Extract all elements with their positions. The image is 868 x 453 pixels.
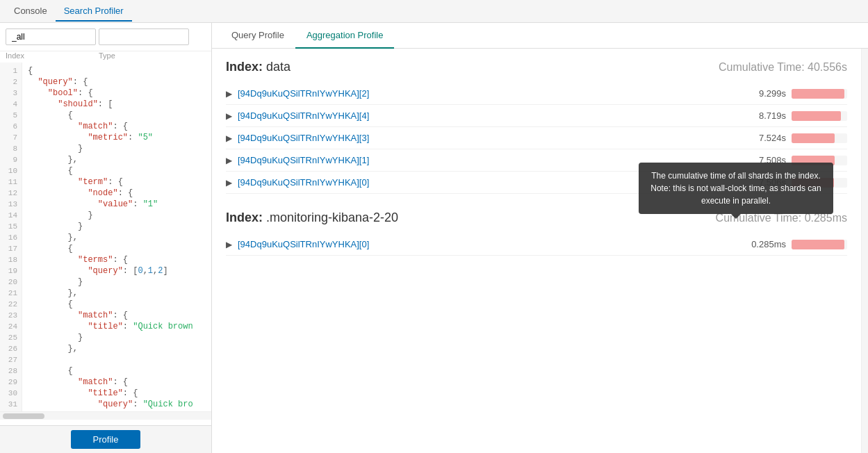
shard-bar-fill	[792, 240, 844, 249]
shard-bar-bg	[792, 240, 847, 249]
shard-name: [94Dq9uKuQSilTRnIYwYHKA][0]	[238, 239, 736, 249]
code-lines: 12345678910 11121314151617181920 2122232…	[0, 63, 211, 411]
index-title-data: Index: data	[226, 60, 290, 74]
cumulative-time-data: Cumulative Time: 40.556s	[719, 61, 847, 74]
shard-bar-bg	[792, 133, 847, 143]
tooltip-box: The cumulative time of all shards in the…	[639, 163, 833, 214]
chevron-right-icon: ▶	[226, 178, 232, 188]
input-labels: Index Type	[0, 51, 211, 63]
code-editor[interactable]: 12345678910 11121314151617181920 2122232…	[0, 63, 211, 425]
code-content[interactable]: { "query": { "bool": { "should": [ { "ma…	[22, 63, 211, 411]
shard-bar-fill	[792, 133, 835, 143]
shard-bar-fill	[792, 111, 841, 121]
nav-search-profiler[interactable]: Search Profiler	[56, 1, 132, 22]
chevron-right-icon: ▶	[226, 111, 232, 121]
type-input[interactable]	[99, 28, 189, 45]
profile-button[interactable]: Profile	[71, 430, 141, 449]
main-layout: Index Type 12345678910 11121314151617181…	[0, 23, 868, 453]
shard-time-label: 8.719s	[744, 110, 786, 121]
shard-name: [94Dq9uKuQSilTRnIYwYHKA][4]	[238, 110, 736, 121]
chevron-right-icon: ▶	[226, 156, 232, 165]
left-inputs	[0, 23, 211, 51]
vertical-scrollbar[interactable]	[861, 49, 868, 453]
shard-name: [94Dq9uKuQSilTRnIYwYHKA][2]	[238, 88, 736, 99]
shard-row[interactable]: ▶ [94Dq9uKuQSilTRnIYwYHKA][2] 9.299s	[226, 83, 847, 105]
chevron-right-icon: ▶	[226, 133, 232, 143]
shard-time-label: 7.524s	[744, 133, 786, 143]
index-label: Index:	[226, 211, 263, 224]
shard-time-label: 0.285ms	[744, 239, 786, 249]
chevron-right-icon: ▶	[226, 240, 232, 249]
horizontal-scrollbar[interactable]	[0, 411, 211, 420]
index-title-monitoring: Index: .monitoring-kibana-2-20	[226, 211, 398, 225]
tabs-bar: Query Profile Aggregation Profile	[212, 23, 868, 49]
line-numbers: 12345678910 11121314151617181920 2122232…	[0, 63, 22, 411]
type-label: Type	[99, 51, 189, 60]
top-nav: Console Search Profiler	[0, 0, 868, 23]
results-scroll-container: Index: data Cumulative Time: 40.556s ▶ […	[212, 49, 868, 453]
tooltip-arrow	[731, 214, 741, 219]
shard-time-container: 8.719s	[736, 110, 847, 121]
shard-row[interactable]: ▶ [94Dq9uKuQSilTRnIYwYHKA][3] 7.524s	[226, 127, 847, 149]
scroll-thumb-horizontal[interactable]	[3, 413, 44, 419]
shard-row[interactable]: ▶ [94Dq9uKuQSilTRnIYwYHKA][4] 8.719s	[226, 105, 847, 127]
tab-aggregation-profile[interactable]: Aggregation Profile	[295, 23, 395, 49]
results-area[interactable]: Index: data Cumulative Time: 40.556s ▶ […	[212, 49, 861, 453]
shard-bar-fill	[792, 89, 844, 99]
shard-bar-bg	[792, 89, 847, 99]
profile-btn-container: Profile	[0, 425, 211, 453]
left-panel: Index Type 12345678910 11121314151617181…	[0, 23, 212, 453]
shard-time-container: 7.524s	[736, 133, 847, 143]
tooltip-text: The cumulative time of all shards in the…	[650, 171, 821, 206]
index-label: Index	[6, 51, 96, 60]
index-input[interactable]	[6, 28, 96, 45]
shard-bar-bg	[792, 111, 847, 121]
shard-time-container: 0.285ms	[736, 239, 847, 249]
index-name-monitoring: .monitoring-kibana-2-20	[266, 211, 398, 224]
shard-row[interactable]: ▶ [94Dq9uKuQSilTRnIYwYHKA][0] 0.285ms	[226, 233, 847, 256]
shard-time-container: 9.299s	[736, 88, 847, 99]
shard-time-label: 9.299s	[744, 88, 786, 99]
right-panel: Query Profile Aggregation Profile Index:…	[212, 23, 868, 453]
shard-name: [94Dq9uKuQSilTRnIYwYHKA][3]	[238, 133, 736, 143]
index-label: Index:	[226, 60, 263, 74]
tab-query-profile[interactable]: Query Profile	[220, 23, 295, 49]
nav-console[interactable]: Console	[6, 1, 56, 22]
index-header-data: Index: data Cumulative Time: 40.556s	[226, 60, 847, 74]
chevron-right-icon: ▶	[226, 89, 232, 99]
index-name-data: data	[266, 60, 290, 74]
index-section-monitoring: Index: .monitoring-kibana-2-20 Cumulativ…	[226, 211, 847, 256]
